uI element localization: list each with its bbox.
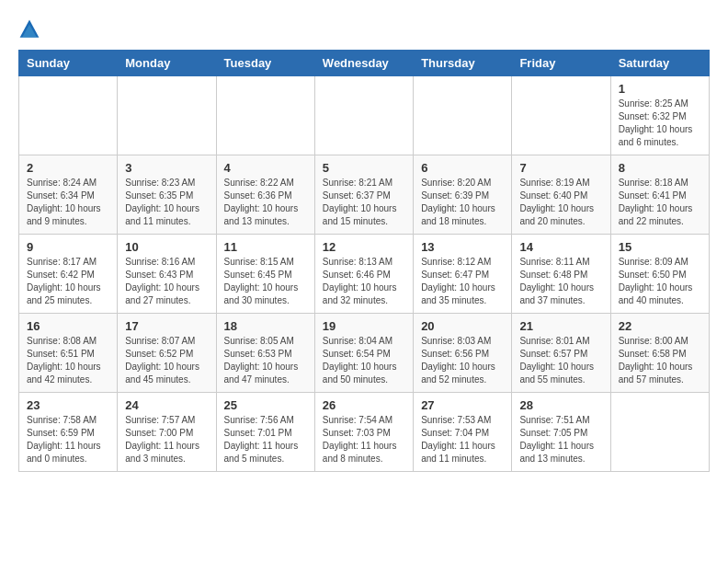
calendar-day-cell: 20Sunrise: 8:03 AMSunset: 6:56 PMDayligh…: [414, 314, 512, 393]
calendar-day-cell: 28Sunrise: 7:51 AMSunset: 7:05 PMDayligh…: [512, 393, 610, 472]
day-number: 6: [421, 161, 504, 175]
day-info: Sunrise: 8:05 AMSunset: 6:53 PMDaylight:…: [224, 335, 307, 386]
day-info: Sunrise: 8:16 AMSunset: 6:43 PMDaylight:…: [125, 256, 208, 307]
calendar-day-cell: 21Sunrise: 8:01 AMSunset: 6:57 PMDayligh…: [512, 314, 610, 393]
calendar-day-cell: 25Sunrise: 7:56 AMSunset: 7:01 PMDayligh…: [216, 393, 314, 472]
day-number: 14: [519, 240, 602, 254]
empty-cell: [19, 76, 118, 155]
calendar-week-row: 9Sunrise: 8:17 AMSunset: 6:42 PMDaylight…: [19, 235, 710, 314]
day-number: 13: [421, 240, 504, 254]
day-info: Sunrise: 7:54 AMSunset: 7:03 PMDaylight:…: [323, 414, 405, 465]
day-info: Sunrise: 8:11 AMSunset: 6:48 PMDaylight:…: [519, 256, 602, 307]
weekday-header-tuesday: Tuesday: [216, 51, 314, 76]
day-info: Sunrise: 8:01 AMSunset: 6:57 PMDaylight:…: [519, 335, 602, 386]
day-number: 1: [619, 82, 701, 96]
day-number: 28: [519, 398, 602, 412]
day-info: Sunrise: 8:07 AMSunset: 6:52 PMDaylight:…: [125, 335, 208, 386]
day-info: Sunrise: 7:57 AMSunset: 7:00 PMDaylight:…: [125, 414, 208, 465]
logo: [18, 18, 44, 40]
day-info: Sunrise: 8:00 AMSunset: 6:58 PMDaylight:…: [619, 335, 701, 386]
calendar-day-cell: 22Sunrise: 8:00 AMSunset: 6:58 PMDayligh…: [610, 314, 709, 393]
day-number: 23: [27, 398, 109, 412]
calendar-day-cell: 7Sunrise: 8:19 AMSunset: 6:40 PMDaylight…: [512, 155, 610, 235]
day-info: Sunrise: 7:51 AMSunset: 7:05 PMDaylight:…: [519, 414, 602, 465]
day-number: 18: [224, 319, 307, 333]
day-number: 7: [519, 161, 602, 175]
day-number: 19: [323, 319, 405, 333]
day-info: Sunrise: 8:17 AMSunset: 6:42 PMDaylight:…: [27, 256, 109, 307]
day-number: 12: [323, 240, 405, 254]
calendar-day-cell: 11Sunrise: 8:15 AMSunset: 6:45 PMDayligh…: [216, 235, 314, 314]
calendar-week-row: 2Sunrise: 8:24 AMSunset: 6:34 PMDaylight…: [19, 155, 710, 235]
day-number: 25: [224, 398, 307, 412]
day-number: 26: [323, 398, 405, 412]
calendar-day-cell: 19Sunrise: 8:04 AMSunset: 6:54 PMDayligh…: [314, 314, 413, 393]
day-info: Sunrise: 8:25 AMSunset: 6:32 PMDaylight:…: [619, 98, 701, 149]
calendar-day-cell: 26Sunrise: 7:54 AMSunset: 7:03 PMDayligh…: [314, 393, 413, 472]
day-info: Sunrise: 7:58 AMSunset: 6:59 PMDaylight:…: [27, 414, 109, 465]
day-info: Sunrise: 8:22 AMSunset: 6:36 PMDaylight:…: [224, 177, 307, 228]
empty-cell: [216, 76, 314, 155]
logo-icon: [18, 18, 40, 40]
calendar-week-row: 16Sunrise: 8:08 AMSunset: 6:51 PMDayligh…: [19, 314, 710, 393]
weekday-header-saturday: Saturday: [610, 51, 709, 76]
day-number: 11: [224, 240, 307, 254]
day-info: Sunrise: 8:12 AMSunset: 6:47 PMDaylight:…: [421, 256, 504, 307]
day-number: 4: [224, 161, 307, 175]
weekday-header-friday: Friday: [512, 51, 610, 76]
calendar-week-row: 1Sunrise: 8:25 AMSunset: 6:32 PMDaylight…: [19, 76, 710, 155]
day-number: 21: [519, 319, 602, 333]
calendar-week-row: 23Sunrise: 7:58 AMSunset: 6:59 PMDayligh…: [19, 393, 710, 472]
day-info: Sunrise: 8:19 AMSunset: 6:40 PMDaylight:…: [519, 177, 602, 228]
day-number: 27: [421, 398, 504, 412]
day-number: 5: [323, 161, 405, 175]
day-info: Sunrise: 8:20 AMSunset: 6:39 PMDaylight:…: [421, 177, 504, 228]
day-info: Sunrise: 8:21 AMSunset: 6:37 PMDaylight:…: [323, 177, 405, 228]
day-info: Sunrise: 8:13 AMSunset: 6:46 PMDaylight:…: [323, 256, 405, 307]
weekday-header-monday: Monday: [118, 51, 216, 76]
day-number: 20: [421, 319, 504, 333]
day-number: 9: [27, 240, 109, 254]
empty-cell: [610, 393, 709, 472]
day-info: Sunrise: 8:04 AMSunset: 6:54 PMDaylight:…: [323, 335, 405, 386]
day-info: Sunrise: 8:08 AMSunset: 6:51 PMDaylight:…: [27, 335, 109, 386]
header: [18, 18, 710, 40]
day-info: Sunrise: 8:24 AMSunset: 6:34 PMDaylight:…: [27, 177, 109, 228]
day-number: 16: [27, 319, 109, 333]
calendar-header-row: SundayMondayTuesdayWednesdayThursdayFrid…: [19, 51, 710, 76]
day-number: 22: [619, 319, 701, 333]
day-info: Sunrise: 8:18 AMSunset: 6:41 PMDaylight:…: [619, 177, 701, 228]
day-info: Sunrise: 8:23 AMSunset: 6:35 PMDaylight:…: [125, 177, 208, 228]
weekday-header-sunday: Sunday: [19, 51, 118, 76]
calendar-day-cell: 6Sunrise: 8:20 AMSunset: 6:39 PMDaylight…: [414, 155, 512, 235]
calendar-day-cell: 3Sunrise: 8:23 AMSunset: 6:35 PMDaylight…: [118, 155, 216, 235]
day-number: 15: [619, 240, 701, 254]
calendar-day-cell: 17Sunrise: 8:07 AMSunset: 6:52 PMDayligh…: [118, 314, 216, 393]
calendar-day-cell: 9Sunrise: 8:17 AMSunset: 6:42 PMDaylight…: [19, 235, 118, 314]
day-info: Sunrise: 7:56 AMSunset: 7:01 PMDaylight:…: [224, 414, 307, 465]
weekday-header-thursday: Thursday: [414, 51, 512, 76]
empty-cell: [118, 76, 216, 155]
day-info: Sunrise: 8:15 AMSunset: 6:45 PMDaylight:…: [224, 256, 307, 307]
calendar-day-cell: 23Sunrise: 7:58 AMSunset: 6:59 PMDayligh…: [19, 393, 118, 472]
day-info: Sunrise: 8:03 AMSunset: 6:56 PMDaylight:…: [421, 335, 504, 386]
calendar-day-cell: 15Sunrise: 8:09 AMSunset: 6:50 PMDayligh…: [610, 235, 709, 314]
calendar-day-cell: 8Sunrise: 8:18 AMSunset: 6:41 PMDaylight…: [610, 155, 709, 235]
day-number: 8: [619, 161, 701, 175]
calendar-day-cell: 24Sunrise: 7:57 AMSunset: 7:00 PMDayligh…: [118, 393, 216, 472]
day-number: 17: [125, 319, 208, 333]
weekday-header-wednesday: Wednesday: [314, 51, 413, 76]
calendar-day-cell: 16Sunrise: 8:08 AMSunset: 6:51 PMDayligh…: [19, 314, 118, 393]
calendar-day-cell: 18Sunrise: 8:05 AMSunset: 6:53 PMDayligh…: [216, 314, 314, 393]
empty-cell: [512, 76, 610, 155]
calendar-day-cell: 27Sunrise: 7:53 AMSunset: 7:04 PMDayligh…: [414, 393, 512, 472]
empty-cell: [414, 76, 512, 155]
calendar-day-cell: 5Sunrise: 8:21 AMSunset: 6:37 PMDaylight…: [314, 155, 413, 235]
day-number: 10: [125, 240, 208, 254]
day-number: 3: [125, 161, 208, 175]
calendar-table: SundayMondayTuesdayWednesdayThursdayFrid…: [18, 50, 710, 472]
calendar-day-cell: 4Sunrise: 8:22 AMSunset: 6:36 PMDaylight…: [216, 155, 314, 235]
calendar-day-cell: 12Sunrise: 8:13 AMSunset: 6:46 PMDayligh…: [314, 235, 413, 314]
empty-cell: [314, 76, 413, 155]
day-info: Sunrise: 8:09 AMSunset: 6:50 PMDaylight:…: [619, 256, 701, 307]
